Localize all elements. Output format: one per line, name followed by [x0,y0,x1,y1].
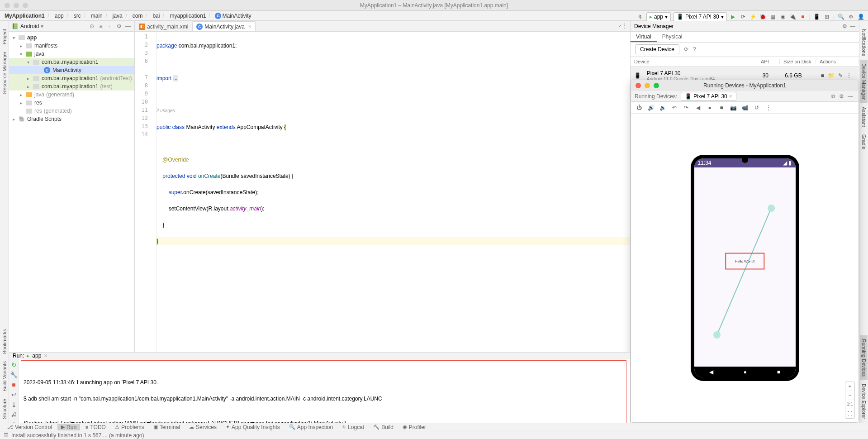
tab-device-manager[interactable]: Device Manager [860,60,868,103]
apply-changes-icon[interactable]: ⟳ [740,13,747,20]
run-config-combo[interactable]: ▸app▾ [646,12,671,21]
nav-home-icon[interactable]: ● [744,369,747,375]
scroll-end-icon[interactable]: ⤓ [11,401,17,408]
hide-icon[interactable]: — [124,23,132,30]
expand-all-icon[interactable]: ≡ [97,23,104,30]
more-icon[interactable]: ⋮ [846,72,852,79]
emulator-titlebar[interactable]: Running Devices - MyApplication1 [631,80,859,91]
emu-min-light[interactable] [645,83,650,88]
rotate-right-icon[interactable]: ↷ [683,105,690,111]
settings-icon[interactable]: ⚙ [847,13,854,20]
device-combo[interactable]: 📱Pixel 7 API 30▾ [674,12,727,21]
sdk-icon[interactable]: ⊞ [823,13,830,20]
gear-icon[interactable]: ⚙ [115,23,123,30]
inspection-ok-icon[interactable]: ✓ [618,24,622,29]
tab-notifications[interactable]: Notifications [860,25,868,60]
tree-java[interactable]: ▾java [9,50,134,58]
tab-main-activity-java[interactable]: CMainActivity.java× [192,21,256,31]
run-icon[interactable]: ▶ [730,13,737,20]
col-size[interactable]: Size on Disk [780,59,816,64]
soft-wrap-icon[interactable]: ↩ [11,391,17,398]
crumb-main[interactable]: main [90,13,104,19]
tab-device-explorer[interactable]: Device Explorer [860,380,868,423]
zoom-in-icon[interactable]: + [845,382,854,391]
coverage-icon[interactable]: ▦ [769,13,777,20]
tab-physical[interactable]: Physical [657,32,688,42]
crumb-pkg[interactable]: myapplication1 [169,13,207,19]
crumb-bai[interactable]: bai [152,13,161,19]
rerun-icon[interactable]: ↻ [11,361,17,368]
power-icon[interactable]: ⏻ [636,105,643,111]
tab-assistant[interactable]: Assistant [860,103,868,131]
tab-gradle[interactable]: Gradle [860,131,868,153]
tab-virtual[interactable]: Virtual [631,32,657,42]
emu-zoom-light[interactable] [654,83,659,88]
crumb-java[interactable]: java [112,13,123,19]
tree-res-gen[interactable]: res(generated) [9,107,134,115]
create-device-button[interactable]: Create Device [635,44,679,54]
tree-pkg-test[interactable]: ▸com.bai.myapplication1(test) [9,82,134,91]
wrench-icon[interactable]: 🔧 [10,371,18,378]
screenshot-icon[interactable]: 📷 [730,105,737,111]
crumb-class[interactable]: MainActivity [221,13,252,19]
emulator-canvas[interactable]: 11:34 ◢ ▮ Hello World! ◀ ● ■ + [631,114,859,422]
tree-gradle[interactable]: ▸🐘Gradle Scripts [9,115,134,123]
tab-version-control[interactable]: ⎇ Version Control [4,424,56,430]
snapshot-icon[interactable]: ↺ [753,105,760,111]
tab-bookmarks[interactable]: Bookmarks [1,325,8,358]
collapse-all-icon[interactable]: ⫟ [106,23,114,30]
nav-overview-icon[interactable]: ■ [777,369,780,375]
hide-icon[interactable]: — [850,23,855,29]
tree-manifests[interactable]: ▸manifests [9,42,134,50]
print-icon[interactable]: 🖨 [11,411,17,418]
refresh-icon[interactable]: ⟳ [684,46,688,52]
sync-icon[interactable]: ↯ [636,13,644,20]
tree-res[interactable]: ▸res [9,99,134,107]
stop-icon[interactable]: ■ [799,13,806,20]
volume-up-icon[interactable]: 🔊 [647,105,655,111]
minimize-light[interactable] [14,3,19,8]
status-icon[interactable]: ☰ [4,432,9,439]
attach-debugger-icon[interactable]: 🔌 [789,13,797,20]
nav-back-icon[interactable]: ◀ [709,369,713,375]
search-icon[interactable]: 🔍 [837,13,844,20]
stop-device-icon[interactable]: ■ [821,72,824,79]
volume-down-icon[interactable]: 🔉 [659,105,666,111]
tab-activity-main-xml[interactable]: ◧activity_main.xml [135,21,192,31]
edit-device-icon[interactable]: ✎ [838,72,843,79]
back-icon[interactable]: ◀ [694,105,702,111]
record-icon[interactable]: 📹 [741,105,749,111]
extended-icon[interactable]: ⋮ [765,105,772,111]
emulator-device-tab[interactable]: 📱Pixel 7 API 30× [681,92,736,101]
crumb-com[interactable]: com [132,13,144,19]
tree-pkg-main[interactable]: ▾com.bai.myapplication1 [9,58,134,66]
overview-icon[interactable]: ■ [718,105,725,111]
zoom-out-icon[interactable]: − [845,391,854,400]
tab-app-quality[interactable]: ✦ App Quality Insights [222,424,284,430]
tab-running-devices[interactable]: Running Devices [860,335,868,380]
select-opened-icon[interactable]: ⊙ [88,23,95,30]
rotate-left-icon[interactable]: ↶ [671,105,678,111]
hide-icon[interactable]: — [848,93,853,100]
tree-main-activity[interactable]: CMainActivity [9,66,134,74]
crumb-app[interactable]: app [54,13,65,19]
project-view-label[interactable]: Android [20,23,39,29]
tab-project[interactable]: Project [1,25,8,48]
col-api[interactable]: API [757,59,780,64]
crumb-src[interactable]: src [73,13,82,19]
close-tab-icon[interactable]: × [248,24,251,30]
tree-java-gen[interactable]: ▸java(generated) [9,91,134,99]
tree-app[interactable]: ▾app [9,33,134,42]
tab-terminal[interactable]: ▣ Terminal [150,424,184,430]
tab-structure[interactable]: Structure [1,395,8,423]
phone-screen[interactable]: 11:34 ◢ ▮ Hello World! ◀ ● ■ [694,158,796,377]
avd-icon[interactable]: 📱 [813,13,821,20]
col-actions[interactable]: Actions [816,59,859,64]
project-tree[interactable]: ▾app ▸manifests ▾java ▾com.bai.myapplica… [9,32,134,125]
tree-pkg-androidtest[interactable]: ▸com.bai.myapplication1(androidTest) [9,74,134,82]
stop-icon[interactable]: ■ [12,381,15,388]
zoom-light[interactable] [23,3,28,8]
home-icon[interactable]: ● [706,105,713,111]
profile-icon[interactable]: ◉ [779,13,787,20]
tab-todo[interactable]: ≡ TODO [82,424,109,430]
